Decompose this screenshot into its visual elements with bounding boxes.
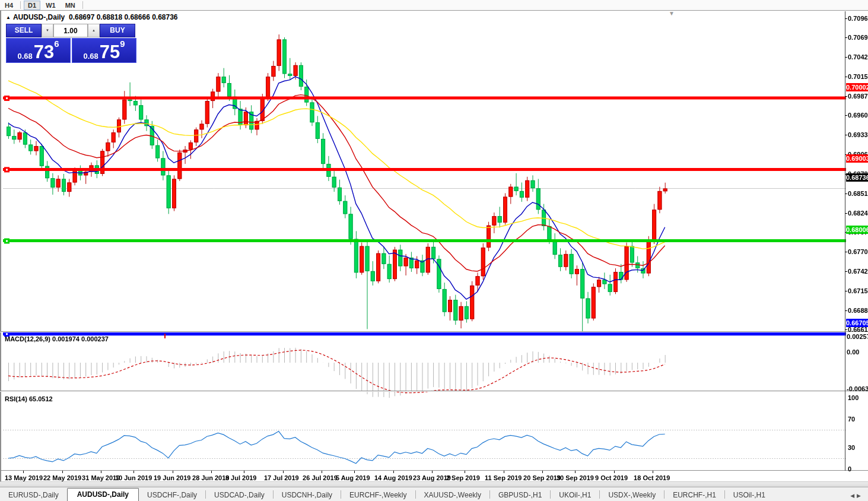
ohlc-high: 0.68818 bbox=[97, 13, 122, 21]
axis-tick bbox=[845, 115, 847, 116]
date-tick bbox=[244, 471, 244, 473]
arrow-up-icon: ▲ bbox=[92, 28, 96, 32]
date-label: 18 Oct 2019 bbox=[634, 474, 670, 481]
rsi-axis-label: 70 bbox=[848, 416, 868, 423]
chart-window bbox=[0, 11, 868, 486]
price-axis-label: 0.67155 bbox=[848, 287, 868, 294]
axis-tick bbox=[845, 271, 847, 272]
date-tick bbox=[101, 471, 101, 473]
price-axis-label: 0.69330 bbox=[848, 131, 868, 138]
tab-usdcnh-daily[interactable]: USDCNH-,Daily bbox=[274, 489, 341, 501]
tab-usoil-h1[interactable]: USOil-,H1 bbox=[725, 489, 774, 501]
date-tick bbox=[542, 471, 543, 473]
tab-eurusd-daily[interactable]: EURUSD-,Daily bbox=[0, 489, 67, 501]
macd-canvas[interactable] bbox=[3, 343, 846, 401]
sell-button[interactable]: SELL bbox=[6, 24, 42, 37]
date-label: 14 Aug 2019 bbox=[374, 474, 412, 481]
macd-axis-label: -0.006326 bbox=[847, 385, 868, 392]
date-label: 17 Jul 2019 bbox=[264, 474, 299, 481]
sell-price-big: 73 bbox=[34, 43, 54, 61]
arrow-down-icon: ▼ bbox=[46, 28, 49, 32]
price-line-badge: 0.68006 bbox=[846, 226, 868, 234]
timeframe-mn-button[interactable]: MN bbox=[61, 1, 80, 10]
date-label: 11 Sep 2019 bbox=[485, 474, 522, 481]
timeframe-d1-button[interactable]: D1 bbox=[24, 1, 40, 10]
tab-usdx-weekly[interactable]: USDX-,Weekly bbox=[600, 489, 664, 501]
date-label: 22 May 2019 bbox=[43, 474, 81, 481]
horizontal-scrollbar[interactable] bbox=[0, 481, 868, 487]
volume-decrease-button[interactable]: ▼ bbox=[42, 24, 53, 37]
date-label: 5 Aug 2019 bbox=[336, 474, 370, 481]
chart-title: ▲AUDUSD-,Daily 0.68697 0.68818 0.68666 0… bbox=[6, 13, 178, 21]
chart-shift-marker-icon[interactable]: ▼ bbox=[669, 10, 675, 17]
buy-price-big: 75 bbox=[100, 43, 120, 61]
date-tick bbox=[322, 471, 322, 473]
volume-input[interactable] bbox=[53, 24, 88, 37]
date-tick bbox=[62, 471, 63, 473]
date-tick bbox=[504, 471, 504, 473]
price-axis-label: 0.69875 bbox=[848, 93, 868, 100]
price-line-badge: 0.66705 bbox=[846, 319, 868, 327]
price-axis-label: 0.68515 bbox=[848, 190, 868, 197]
tab-scroll-arrows[interactable]: ◀▶ bbox=[850, 493, 868, 501]
macd-label: MACD(12,26,9) 0.001974 0.000237 bbox=[5, 335, 109, 343]
date-label: 9 Oct 2019 bbox=[595, 474, 628, 481]
panel-separator-highlight bbox=[0, 332, 868, 332]
tab-xauusd-weekly[interactable]: XAUUSD-,Weekly bbox=[416, 489, 489, 501]
date-label: 28 Jun 2019 bbox=[192, 474, 229, 481]
tab-eurchf-weekly[interactable]: EURCHF-,Weekly bbox=[341, 489, 415, 501]
price-axis-label: 0.70965 bbox=[848, 15, 868, 22]
axis-tick bbox=[845, 135, 847, 135]
axis-tick bbox=[845, 194, 847, 194]
date-label: 23 Aug 2019 bbox=[413, 474, 451, 481]
ohlc-low: 0.68666 bbox=[124, 13, 150, 21]
date-tick bbox=[173, 471, 173, 473]
buy-button[interactable]: BUY bbox=[100, 24, 135, 37]
buy-price-display[interactable]: 0.68 75 9 bbox=[72, 38, 136, 63]
date-tick bbox=[354, 471, 355, 473]
axis-tick bbox=[845, 252, 847, 252]
panel-separator bbox=[0, 470, 868, 471]
ohlc-open: 0.68697 bbox=[69, 13, 94, 21]
tab-audusd-daily[interactable]: AUDUSD-,Daily bbox=[67, 488, 139, 501]
buy-price-pip: 9 bbox=[120, 40, 125, 48]
date-label: 13 May 2019 bbox=[5, 474, 43, 481]
mt4-application: H4 D1 W1 MN 0.709650.706950.704200.70150… bbox=[0, 0, 868, 501]
date-label: 20 Sep 2019 bbox=[523, 474, 561, 481]
tab-ukoil-h1[interactable]: UKOil-,H1 bbox=[551, 489, 599, 501]
axis-tick bbox=[845, 77, 847, 77]
main-chart-canvas[interactable] bbox=[3, 22, 846, 342]
symbol-label: AUDUSD-,Daily bbox=[13, 13, 65, 21]
rsi-canvas[interactable] bbox=[3, 402, 846, 481]
tab-eurchf-h1[interactable]: EURCHF-,H1 bbox=[664, 489, 724, 501]
date-label: 19 Jun 2019 bbox=[154, 474, 190, 481]
price-axis-label: 0.70420 bbox=[848, 53, 868, 61]
timeframe-h4-button[interactable]: H4 bbox=[1, 1, 17, 10]
date-label: 31 May 2019 bbox=[82, 474, 120, 481]
panel-separator-highlight bbox=[0, 391, 868, 392]
tab-usdchf-daily[interactable]: USDCHF-,Daily bbox=[139, 489, 205, 501]
sell-price-prefix: 0.68 bbox=[17, 52, 32, 61]
date-tick bbox=[393, 471, 394, 473]
axis-tick bbox=[845, 310, 847, 311]
axis-tick bbox=[845, 96, 847, 97]
date-label: 30 Sep 2019 bbox=[557, 474, 594, 481]
tab-usdcad-daily[interactable]: USDCAD-,Daily bbox=[206, 489, 273, 501]
timeframe-toolbar: H4 D1 W1 MN bbox=[0, 0, 868, 11]
tab-gbpusd-h1[interactable]: GBPUSD-,H1 bbox=[490, 489, 550, 501]
rsi-label: RSI(14) 65.0512 bbox=[5, 395, 53, 402]
toolbar-separator bbox=[82, 1, 83, 9]
price-axis-label: 0.68240 bbox=[848, 210, 868, 217]
price-axis-label: 0.70695 bbox=[848, 34, 868, 41]
date-tick bbox=[211, 471, 212, 473]
sell-price-display[interactable]: 0.68 73 6 bbox=[6, 38, 71, 63]
axis-tick bbox=[845, 291, 847, 291]
timeframe-w1-button[interactable]: W1 bbox=[42, 1, 60, 10]
price-axis-label: 0.67700 bbox=[848, 248, 868, 255]
collapse-triangle-icon[interactable]: ▲ bbox=[6, 15, 11, 20]
price-axis-border bbox=[845, 11, 845, 471]
price-axis-label: 0.66880 bbox=[848, 307, 868, 314]
date-tick bbox=[133, 471, 134, 473]
volume-increase-button[interactable]: ▲ bbox=[88, 24, 100, 37]
one-click-trading-panel: SELL ▼ ▲ BUY 0.68 73 6 0.68 75 9 bbox=[6, 24, 136, 63]
